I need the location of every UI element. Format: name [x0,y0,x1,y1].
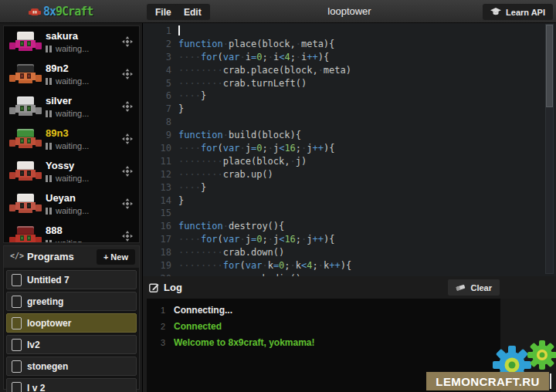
watermark-text: LEMONCRAFT.RU [436,375,539,388]
learn-api-button[interactable]: Learn API [483,4,553,20]
editor-scrollbar[interactable] [545,24,554,274]
move-icon[interactable] [122,69,133,79]
code-line: 3····for(var·i=0;·i<4;·i++){ [143,51,556,64]
header-bar: 8x9Craft File Edit looptower Learn API [0,0,556,23]
player-name: Ueyan [46,192,76,204]
player-row[interactable]: silverwaiting... [4,91,139,123]
line-number: 12 [143,168,171,181]
player-name: 89n3 [46,127,69,139]
code-line: 6····} [143,90,556,103]
code-line: 16function·destroy(){ [143,220,556,233]
scrollbar-thumb[interactable] [546,25,553,107]
line-number: 6 [143,90,171,103]
player-row[interactable]: Ueyanwaiting... [4,188,139,221]
program-name: lv2 [27,340,40,350]
line-number: 16 [143,220,171,233]
code-file-icon [12,339,22,351]
programs-panel: </> Programs + New Untitled 7greetingloo… [3,245,140,390]
code-line: 11········place(block,·j) [143,155,556,168]
program-name: greeting [27,296,63,307]
pause-icon [46,208,52,215]
line-number: 15 [143,207,171,220]
gear-icon-green [527,340,556,370]
log-entries: 1Connecting...2Connected3Welcome to 8x9c… [147,299,500,351]
program-item[interactable]: l v 2 [6,378,137,392]
code-line: 1 [143,25,556,38]
code-line: 2function·place(block,·meta){ [143,38,556,51]
code-file-icon [12,382,22,392]
log-line-number: 2 [147,319,165,335]
log-entry: 2Connected [147,319,500,335]
line-number: 19 [143,259,171,272]
log-entry: 1Connecting... [147,302,500,319]
text-cursor [178,25,180,35]
code-line: 10····for(var·j=0;·j<16;·j++){ [143,142,556,155]
code-line: 7} [143,103,556,116]
line-number: 3 [143,51,171,64]
pause-icon [46,78,52,85]
code-line: 4········crab.place(block,·meta) [143,64,556,77]
log-entry: 3Welcome to 8x9craft, yokmama! [147,335,500,351]
pause-icon [46,110,52,117]
move-icon[interactable] [122,231,133,242]
player-status: waiting... [46,238,89,243]
player-avatar [10,194,41,215]
player-name: 89n2 [46,63,69,74]
logo-text: 8x9Craft [43,5,93,19]
line-number: 9 [143,129,171,142]
crab-icon [28,6,42,17]
code-line: 17····for(var·j=0;·j<16;·j++){ [143,233,556,246]
player-row[interactable]: sakurawaiting... [4,26,139,59]
program-item[interactable]: stonegen [6,357,137,376]
player-avatar [10,96,41,118]
edit-menu-button[interactable]: Edit [175,4,210,20]
sidebar: sakurawaiting...89n2waiting...silverwait… [0,23,143,392]
program-items: Untitled 7greetinglooptowerlv2stonegenl … [4,268,139,392]
app-logo: 8x9Craft [28,5,93,19]
line-number: 5 [143,77,171,90]
player-name: Yossy [46,160,74,171]
watermark-banner: LEMONCRAFT.RU [426,372,549,390]
player-row[interactable]: Yossywaiting... [4,156,139,188]
eraser-icon [456,284,466,292]
line-number: 17 [143,233,171,246]
player-avatar [10,129,41,150]
player-avatar [10,64,41,86]
code-editor[interactable]: 12function·place(block,·meta){3····for(v… [143,23,556,276]
player-avatar [10,161,41,183]
program-item[interactable]: looptower [6,313,137,333]
code-line: 19········for(var·k=0;·k<4;·k++){ [143,259,556,272]
player-status: waiting... [46,76,89,86]
new-program-button[interactable]: + New [97,249,135,265]
line-number: 8 [143,116,171,129]
line-number: 11 [143,155,171,168]
program-item[interactable]: greeting [6,292,137,311]
move-icon[interactable] [122,101,133,112]
move-icon[interactable] [122,198,133,209]
app-window: 8x9Craft File Edit looptower Learn API s… [0,0,556,392]
compose-pencil-icon [149,282,159,292]
pause-icon [46,175,52,182]
log-header: Log Clear [143,276,556,299]
player-status: waiting... [46,206,89,215]
code-line: 8 [143,116,556,129]
program-item[interactable]: lv2 [6,335,137,354]
code-line: 15 [143,207,556,220]
player-row[interactable]: 888waiting... [4,221,139,243]
player-row[interactable]: 89n2waiting... [4,59,139,91]
player-status: waiting... [46,109,89,118]
player-name: sakura [46,30,78,42]
code-file-icon [12,360,22,373]
line-number: 7 [143,103,171,116]
player-row[interactable]: 89n3waiting... [4,123,139,156]
clear-log-button[interactable]: Clear [448,279,500,296]
line-number: 4 [143,64,171,77]
move-icon[interactable] [122,166,133,177]
move-icon[interactable] [122,36,133,47]
move-icon[interactable] [122,133,133,144]
code-line: 18········crab.down() [143,246,556,259]
code-file-icon [12,296,22,308]
player-list: sakurawaiting...89n2waiting...silverwait… [3,25,140,243]
program-item[interactable]: Untitled 7 [6,270,137,289]
log-line-number: 3 [147,335,165,351]
